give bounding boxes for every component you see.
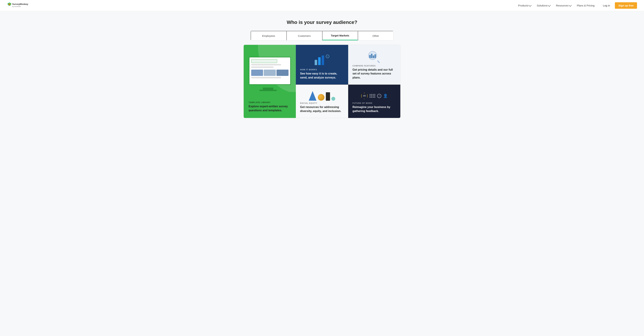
nav-solutions[interactable]: Solutions xyxy=(535,2,552,8)
svg-text:by momentive: by momentive xyxy=(12,6,21,7)
nav-solutions-label: Solutions xyxy=(537,4,548,7)
magnifier-handle xyxy=(377,60,380,63)
navigation: SurveyMonkey by momentive Products Solut… xyxy=(0,0,644,11)
svg-point-4 xyxy=(9,4,9,4)
city-bar xyxy=(374,54,376,58)
card-compare-label: COMPARE FEATURES xyxy=(352,65,396,67)
equity-illustration xyxy=(300,90,344,102)
signup-button[interactable]: Sign up free xyxy=(615,2,637,9)
block-shape xyxy=(326,92,330,101)
svg-rect-12 xyxy=(365,95,366,96)
city-bar xyxy=(371,54,372,58)
svg-rect-11 xyxy=(364,95,365,96)
card-how-text: HOW IT WORKS See how easy it is to creat… xyxy=(300,68,344,80)
city-bar xyxy=(373,56,374,58)
chart-checkmark: ✓ xyxy=(326,54,329,58)
nav-plans-pricing[interactable]: Plans & Pricing xyxy=(575,2,597,8)
card-template-library[interactable]: TEMPLATE LIBRARY Explore expert-written … xyxy=(244,45,296,118)
card-future-of-work[interactable]: ✓ 👤 FUTURE OF WORK Reimagine your busine… xyxy=(348,84,400,118)
small-circle-shape xyxy=(332,97,335,101)
tab-employees[interactable]: Employees xyxy=(251,31,286,40)
chart-bar xyxy=(322,56,324,65)
tab-target-markets[interactable]: Target Markets xyxy=(322,31,358,40)
check-circle-icon: ✓ xyxy=(377,94,381,98)
screen-photo xyxy=(264,70,276,76)
nav-resources-label: Resources xyxy=(556,4,568,7)
main-content: Who is your survey audience? Employees C… xyxy=(0,11,644,336)
how-it-works-illustration: ✓ xyxy=(300,50,344,68)
template-illustration xyxy=(244,45,296,104)
chart-bar xyxy=(315,60,317,65)
logo[interactable]: SurveyMonkey by momentive xyxy=(7,2,35,9)
nav-solutions-chevron xyxy=(548,4,551,7)
svg-rect-10 xyxy=(364,96,364,96)
svg-point-3 xyxy=(8,3,10,6)
nav-actions: Log in Sign up free xyxy=(600,2,637,9)
nav-products-chevron xyxy=(529,4,532,7)
screen-photo xyxy=(251,70,263,76)
login-button[interactable]: Log in xyxy=(600,2,613,8)
audience-tabs: Employees Customers Target Markets Other xyxy=(250,31,394,40)
city-bar xyxy=(369,55,371,58)
future-illustration: ✓ 👤 xyxy=(352,90,396,102)
chart-bar xyxy=(318,57,320,65)
card-how-label: HOW IT WORKS xyxy=(300,68,344,71)
hex-icon xyxy=(361,93,368,99)
nav-products-label: Products xyxy=(518,4,528,7)
svg-text:SurveyMonkey: SurveyMonkey xyxy=(12,3,28,6)
screen-input xyxy=(251,59,277,63)
card-future-label: FUTURE OF WORK xyxy=(352,102,396,104)
screen-bar xyxy=(251,66,274,68)
nav-links: Products Solutions Resources Plans & Pri… xyxy=(516,2,596,8)
card-how-title: See how easy it is to create, send, and … xyxy=(300,72,344,80)
card-equity-text: RACIAL EQUITY Get resources for addressi… xyxy=(300,102,344,113)
card-equity-label: RACIAL EQUITY xyxy=(300,102,344,104)
cone-shape xyxy=(309,91,316,101)
nav-resources-chevron xyxy=(569,4,572,7)
svg-point-5 xyxy=(10,4,10,4)
person-icon: 👤 xyxy=(383,94,388,98)
monitor-base xyxy=(260,90,277,91)
grid-dots-icon xyxy=(370,94,376,98)
card-equity-title: Get resources for addressing diversity, … xyxy=(300,105,344,113)
card-future-title: Reimagine your business by gathering fee… xyxy=(352,105,396,113)
hero-title: Who is your survey audience? xyxy=(4,20,640,25)
sphere-shape xyxy=(318,94,324,101)
screen-photo xyxy=(276,70,288,76)
tab-customers[interactable]: Customers xyxy=(286,31,322,40)
content-cards: TEMPLATE LIBRARY Explore expert-written … xyxy=(244,45,400,118)
nav-resources[interactable]: Resources xyxy=(554,2,573,8)
card-compare-title: Get pricing details and our full set of … xyxy=(352,68,396,80)
tab-other[interactable]: Other xyxy=(358,31,393,40)
card-racial-equity[interactable]: RACIAL EQUITY Get resources for addressi… xyxy=(296,84,348,118)
card-how-it-works[interactable]: ✓ HOW IT WORKS See how easy it is to cre… xyxy=(296,45,348,84)
card-compare-text: COMPARE FEATURES Get pricing details and… xyxy=(352,65,396,80)
nav-products[interactable]: Products xyxy=(516,2,533,8)
nav-plans-label: Plans & Pricing xyxy=(577,4,595,7)
card-future-text: FUTURE OF WORK Reimagine your business b… xyxy=(352,102,396,113)
compare-illustration xyxy=(352,50,396,65)
screen-bar xyxy=(251,77,281,78)
screen-bar xyxy=(251,64,281,66)
card-compare-features[interactable]: COMPARE FEATURES Get pricing details and… xyxy=(348,45,400,84)
card-template-title: Explore expert-written survey questions … xyxy=(248,104,291,112)
svg-rect-9 xyxy=(363,95,364,96)
